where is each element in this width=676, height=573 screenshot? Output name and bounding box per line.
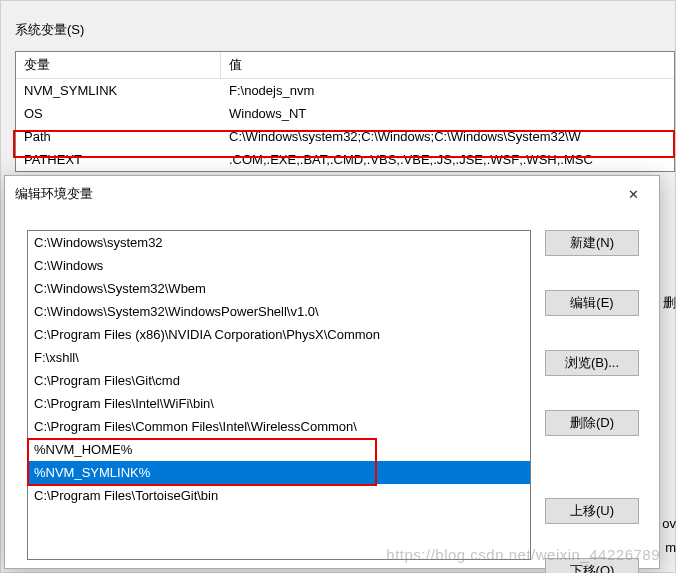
cell-value: Windows_NT: [221, 102, 674, 125]
col-header-variable[interactable]: 变量: [16, 52, 221, 78]
list-item[interactable]: C:\Windows\system32: [28, 231, 530, 254]
edit-button[interactable]: 编辑(E): [545, 290, 639, 316]
edit-env-var-dialog: 编辑环境变量 ✕ C:\Windows\system32C:\WindowsC:…: [4, 175, 660, 569]
partial-text-m: m: [665, 540, 676, 555]
delete-button[interactable]: 删除(D): [545, 410, 639, 436]
close-button[interactable]: ✕: [617, 182, 649, 206]
section-label: 系统变量(S): [15, 21, 84, 39]
list-item[interactable]: C:\Program Files\TortoiseGit\bin: [28, 484, 530, 507]
list-item[interactable]: %NVM_SYMLINK%: [28, 461, 530, 484]
list-item[interactable]: C:\Program Files\Intel\WiFi\bin\: [28, 392, 530, 415]
move-down-button[interactable]: 下移(O): [545, 558, 639, 573]
list-item[interactable]: F:\xshll\: [28, 346, 530, 369]
cell-value: F:\nodejs_nvm: [221, 79, 674, 102]
cell-variable: Path: [16, 125, 221, 148]
list-item[interactable]: C:\Program Files (x86)\NVIDIA Corporatio…: [28, 323, 530, 346]
partial-text-ov: ov: [662, 516, 676, 531]
dialog-body: C:\Windows\system32C:\WindowsC:\Windows\…: [5, 212, 659, 573]
table-header-row: 变量 值: [16, 52, 674, 79]
move-up-button[interactable]: 上移(U): [545, 498, 639, 524]
list-item[interactable]: C:\Windows\System32\Wbem: [28, 277, 530, 300]
list-item[interactable]: C:\Program Files\Common Files\Intel\Wire…: [28, 415, 530, 438]
path-listbox[interactable]: C:\Windows\system32C:\WindowsC:\Windows\…: [27, 230, 531, 560]
partial-text-del: 删: [663, 294, 676, 312]
table-row[interactable]: PATHEXT.COM;.EXE;.BAT;.CMD;.VBS;.VBE;.JS…: [16, 148, 674, 171]
browse-button[interactable]: 浏览(B)...: [545, 350, 639, 376]
dialog-titlebar: 编辑环境变量 ✕: [5, 176, 659, 212]
dialog-title-text: 编辑环境变量: [15, 185, 93, 203]
table-row[interactable]: PathC:\Windows\system32;C:\Windows;C:\Wi…: [16, 125, 674, 148]
list-item[interactable]: %NVM_HOME%: [28, 438, 530, 461]
cell-value: C:\Windows\system32;C:\Windows;C:\Window…: [221, 125, 674, 148]
cell-variable: NVM_SYMLINK: [16, 79, 221, 102]
new-button[interactable]: 新建(N): [545, 230, 639, 256]
cell-variable: PATHEXT: [16, 148, 221, 171]
list-item[interactable]: C:\Windows\System32\WindowsPowerShell\v1…: [28, 300, 530, 323]
table-row[interactable]: NVM_SYMLINKF:\nodejs_nvm: [16, 79, 674, 102]
col-header-value[interactable]: 值: [221, 52, 674, 78]
list-item[interactable]: C:\Program Files\Git\cmd: [28, 369, 530, 392]
cell-variable: OS: [16, 102, 221, 125]
list-item[interactable]: C:\Windows: [28, 254, 530, 277]
cell-value: .COM;.EXE;.BAT;.CMD;.VBS;.VBE;.JS;.JSE;.…: [221, 148, 674, 171]
button-column: 新建(N) 编辑(E) 浏览(B)... 删除(D) 上移(U) 下移(O): [545, 230, 639, 573]
close-icon: ✕: [628, 187, 639, 202]
table-row[interactable]: OSWindows_NT: [16, 102, 674, 125]
env-var-table: 变量 值 NVM_SYMLINKF:\nodejs_nvmOSWindows_N…: [15, 51, 675, 172]
